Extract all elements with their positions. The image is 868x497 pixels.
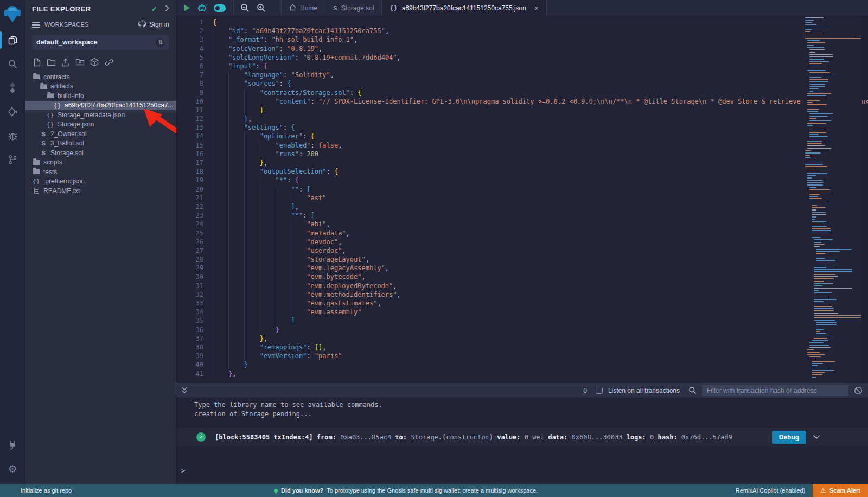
tree-item[interactable]: SStorage.sol bbox=[25, 148, 176, 158]
minimap[interactable] bbox=[801, 16, 861, 383]
tree-item-label: build-info bbox=[58, 92, 84, 100]
terminal-output[interactable]: Type the library name to see available c… bbox=[176, 398, 868, 484]
code-line: 25"metadata", bbox=[176, 229, 844, 238]
folder-icon bbox=[33, 160, 40, 165]
gear-icon: ⚙ bbox=[8, 464, 17, 474]
listen-all-checkbox[interactable] bbox=[596, 387, 603, 394]
sidebar-item-file-explorer[interactable] bbox=[0, 28, 25, 52]
code-line: 15"enabled": false, bbox=[176, 141, 844, 150]
code-editor[interactable]: 1{2"id": "a69b43f277ba20fcac141151250ca7… bbox=[176, 16, 868, 383]
terminal-search-icon[interactable] bbox=[688, 386, 697, 394]
sidebar-item-debugger[interactable] bbox=[0, 124, 25, 148]
json-file-icon: {} bbox=[33, 178, 40, 184]
sign-in-button[interactable]: Sign in bbox=[138, 20, 169, 29]
transaction-log-row[interactable]: ✓ [block:5583405 txIndex:4] from: 0xa03.… bbox=[176, 428, 868, 447]
git-init-button[interactable]: Initialize as git repo bbox=[21, 487, 72, 494]
clear-console-icon[interactable] bbox=[854, 386, 863, 395]
ai-copilot-toggle[interactable] bbox=[214, 4, 226, 12]
expand-terminal-chevrons-icon[interactable] bbox=[181, 387, 188, 394]
tree-item-label: 2_Owner.sol bbox=[50, 130, 87, 138]
remixai-robot-icon[interactable] bbox=[197, 3, 207, 12]
zoom-in-icon[interactable] bbox=[257, 3, 266, 12]
tree-item[interactable]: artifacts bbox=[25, 82, 176, 92]
sidebar-item-plugin-manager[interactable] bbox=[0, 433, 25, 457]
sidebar-item-search[interactable] bbox=[0, 52, 25, 76]
editor-tabs: Home S Storage.sol {} a69b43f277ba20fcac… bbox=[273, 0, 868, 16]
tab-build-info-json[interactable]: {} a69b43f277ba20fcac141151250ca755.json… bbox=[382, 0, 547, 16]
editor-scrollbar[interactable] bbox=[861, 16, 868, 383]
listen-all-label: Listen on all transactions bbox=[608, 387, 680, 394]
link-icon[interactable] bbox=[104, 58, 114, 67]
sidebar-item-solidity-compiler[interactable] bbox=[0, 76, 25, 100]
json-file-icon: {} bbox=[390, 4, 398, 11]
workspace-ok-check-icon: ✓ bbox=[151, 5, 157, 13]
tree-item[interactable]: S3_Ballot.sol bbox=[25, 139, 176, 149]
zoom-out-icon[interactable] bbox=[240, 3, 250, 12]
tree-item-label: 3_Ballot.sol bbox=[50, 139, 84, 147]
code-line: 32"evm.methodIdentifiers", bbox=[176, 290, 844, 299]
code-line: 24"abi", bbox=[176, 220, 844, 228]
editor-topbar: Home S Storage.sol {} a69b43f277ba20fcac… bbox=[176, 0, 868, 16]
tree-item-label: contracts bbox=[43, 73, 70, 81]
solidity-file-icon: S bbox=[40, 140, 47, 146]
code-line: 23"*": [ bbox=[176, 211, 844, 220]
sidebar-item-settings[interactable]: ⚙ bbox=[0, 457, 25, 481]
file-explorer-panel: FILE EXPLORER ✓ WORKSPACES Sign in defau… bbox=[25, 0, 176, 484]
github-icon bbox=[138, 20, 146, 29]
tree-item-label: Storage.sol bbox=[50, 149, 84, 157]
folder-open-icon bbox=[47, 93, 54, 98]
workspace-name: default_workspace bbox=[36, 39, 156, 46]
upload-folder-button[interactable] bbox=[75, 58, 85, 66]
collapse-panel-chevron-icon[interactable] bbox=[165, 5, 169, 13]
tree-item[interactable]: {}.prettierrc.json bbox=[25, 177, 176, 187]
remix-ide-window: ⚙ FILE EXPLORER ✓ WORKSPACES Sign in bbox=[0, 0, 868, 497]
transaction-filter-input[interactable] bbox=[702, 385, 848, 396]
expand-log-chevron-icon[interactable] bbox=[813, 434, 820, 441]
tree-item[interactable]: tests bbox=[25, 167, 176, 177]
code-line: 1{ bbox=[176, 18, 844, 27]
copilot-status[interactable]: RemixAI Copilot (enabled) bbox=[736, 487, 805, 494]
code-line: 4"solcVersion": "0.8.19", bbox=[176, 44, 844, 53]
tree-item[interactable]: S2_Owner.sol bbox=[25, 129, 176, 139]
tree-item[interactable]: {}Storage_metadata.json bbox=[25, 110, 176, 120]
code-line: 39"evmVersion": "paris" bbox=[176, 352, 844, 360]
scam-alert-button[interactable]: ⚠ Scam Alert bbox=[813, 484, 868, 497]
icon-sidebar: ⚙ bbox=[0, 0, 25, 484]
tree-item[interactable]: contracts bbox=[25, 72, 176, 82]
upload-file-button[interactable] bbox=[61, 58, 70, 67]
remix-logo-icon[interactable] bbox=[0, 0, 25, 28]
workspace-select[interactable]: default_workspace ⇅ bbox=[32, 35, 169, 50]
new-file-button[interactable] bbox=[33, 58, 41, 67]
code-line: 26"devdoc", bbox=[176, 238, 844, 246]
tree-item-label: a69b43f277ba20fcac141151250ca7... bbox=[65, 101, 174, 109]
code-line: 14"optimizer": { bbox=[176, 132, 844, 141]
code-line: 7"language": "Solidity", bbox=[176, 71, 844, 79]
tree-item[interactable]: {}Storage.json bbox=[25, 120, 176, 130]
code-line: 38"remappings": [], bbox=[176, 343, 844, 352]
sidebar-item-deploy-run[interactable] bbox=[0, 100, 25, 124]
tab-label: a69b43f277ba20fcac141151250ca755.json bbox=[402, 4, 526, 12]
run-script-button[interactable] bbox=[183, 4, 190, 12]
debug-button[interactable]: Debug bbox=[772, 431, 806, 444]
tab-home[interactable]: Home bbox=[281, 0, 326, 16]
workspace-menu-icon[interactable] bbox=[32, 22, 40, 28]
tree-item[interactable]: README.txt bbox=[25, 186, 176, 196]
code-line: 21"ast" bbox=[176, 194, 844, 202]
terminal-toolbar: 0 Listen on all transactions bbox=[176, 383, 868, 398]
tree-item-label: README.txt bbox=[43, 187, 80, 195]
code-line: 9"contracts/Storage.sol": { bbox=[176, 88, 844, 97]
tree-item[interactable]: build-info bbox=[25, 91, 176, 101]
tree-item[interactable]: scripts bbox=[25, 158, 176, 168]
publish-box-icon[interactable] bbox=[90, 58, 99, 67]
new-folder-button[interactable] bbox=[47, 59, 56, 66]
code-line: 22], bbox=[176, 202, 844, 211]
tab-storage-sol[interactable]: S Storage.sol bbox=[326, 0, 382, 16]
solidity-file-icon: S bbox=[40, 150, 47, 156]
code-line: 20"": [ bbox=[176, 185, 844, 194]
code-line: 30"evm.bytecode", bbox=[176, 272, 844, 281]
sidebar-item-git[interactable] bbox=[0, 148, 25, 171]
terminal-prompt[interactable]: > bbox=[181, 467, 185, 475]
close-tab-icon[interactable]: × bbox=[534, 4, 539, 12]
tree-item-label: Storage.json bbox=[58, 120, 94, 128]
tree-item[interactable]: {}a69b43f277ba20fcac141151250ca7... bbox=[25, 101, 176, 111]
